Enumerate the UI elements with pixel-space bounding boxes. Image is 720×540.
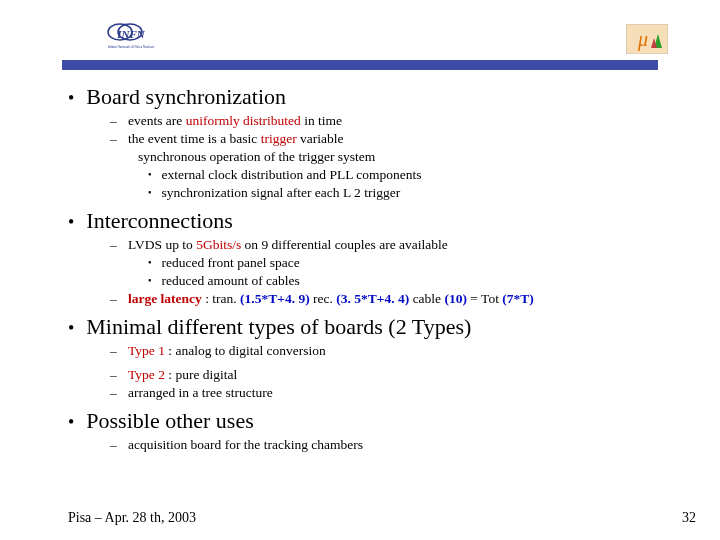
bullet-interconnections: • Interconnections [68, 208, 708, 236]
dash-icon: – [110, 436, 118, 454]
dash-icon: – [110, 366, 118, 384]
header: INFN Istituto Nazionale di Fisica Nuclea… [0, 0, 720, 72]
heading-text: Interconnections [86, 208, 233, 234]
slide-content: • Board synchronization – events are uni… [0, 78, 720, 454]
sub-item: – arranged in a tree structure [110, 384, 708, 402]
footer-date: Pisa – Apr. 28 th, 2003 [68, 510, 196, 526]
sub-item: – Type 1 : analog to digital conversion [110, 342, 708, 360]
disc-icon: • [148, 254, 152, 272]
heading-text: Possible other uses [86, 408, 253, 434]
bullet-dot-icon: • [68, 84, 74, 112]
sub-item: – acquisition board for the tracking cha… [110, 436, 708, 454]
bullet-board-sync: • Board synchronization [68, 84, 708, 112]
sub-item: – Type 2 : pure digital [110, 366, 708, 384]
sub-item: – events are uniformly distributed in ti… [110, 112, 708, 130]
sub-item: – the event time is a basic trigger vari… [110, 130, 708, 148]
dash-icon: – [110, 236, 118, 254]
disc-icon: • [148, 184, 152, 202]
heading-text: Minimal different types of boards (2 Typ… [86, 314, 471, 340]
bullet-dot-icon: • [68, 208, 74, 236]
infn-logo-icon: INFN Istituto Nazionale di Fisica Nuclea… [102, 20, 160, 56]
dash-icon: – [110, 290, 118, 308]
dash-icon: – [110, 384, 118, 402]
header-divider [62, 60, 658, 70]
sub-item-latency: – large latency : tran. (1.5*T+4. 9) rec… [110, 290, 708, 308]
slide-number: 32 [682, 510, 696, 526]
svg-text:μ: μ [637, 28, 648, 51]
bullet-other-uses: • Possible other uses [68, 408, 708, 436]
bullet-dot-icon: • [68, 408, 74, 436]
footer: Pisa – Apr. 28 th, 2003 32 [68, 510, 696, 526]
indent-line: synchronous operation of the trigger sys… [138, 148, 708, 166]
list-item: • external clock distribution and PLL co… [148, 166, 708, 184]
dash-icon: – [110, 130, 118, 148]
heading-text: Board synchronization [86, 84, 286, 110]
disc-icon: • [148, 166, 152, 184]
list-item: • synchronization signal after each L 2 … [148, 184, 708, 202]
svg-text:Istituto Nazionale di Fisica N: Istituto Nazionale di Fisica Nucleare [108, 45, 155, 49]
dash-icon: – [110, 342, 118, 360]
dash-icon: – [110, 112, 118, 130]
list-item: • reduced amount of cables [148, 272, 708, 290]
svg-text:INFN: INFN [116, 28, 146, 40]
sub-item: – LVDS up to 5Gbits/s on 9 differential … [110, 236, 708, 254]
mu-logo-icon: μ [626, 24, 668, 54]
bullet-board-types: • Minimal different types of boards (2 T… [68, 314, 708, 342]
disc-icon: • [148, 272, 152, 290]
list-item: • reduced front panel space [148, 254, 708, 272]
bullet-dot-icon: • [68, 314, 74, 342]
